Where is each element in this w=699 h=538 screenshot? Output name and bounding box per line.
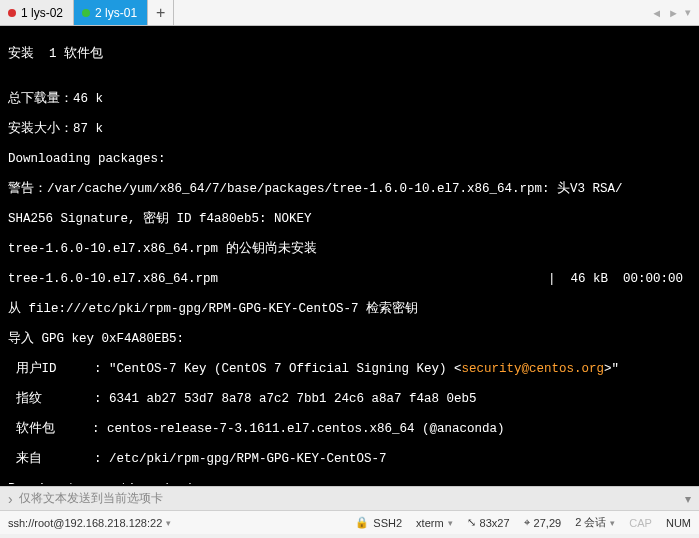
add-tab-button[interactable]: +: [148, 0, 174, 25]
term-line: 来自 : /etc/pki/rpm-gpg/RPM-GPG-KEY-CentOS…: [8, 452, 691, 467]
tab-menu-button[interactable]: ▾: [683, 6, 693, 19]
tab-label: 2 lys-01: [95, 6, 137, 20]
term-line: 总下载量：46 k: [8, 92, 691, 107]
send-input-placeholder[interactable]: 仅将文本发送到当前选项卡: [19, 490, 163, 507]
term-line: 指纹 : 6341 ab27 53d7 8a78 a7c2 7bb1 24c6 …: [8, 392, 691, 407]
plus-icon: +: [156, 4, 165, 22]
term-line: 用户ID : "CentOS-7 Key (CentOS 7 Official …: [8, 362, 691, 377]
status-size: ⤡ 83x27: [467, 516, 510, 529]
status-protocol: 🔒 SSH2: [355, 516, 402, 529]
lock-icon: 🔒: [355, 516, 369, 529]
status-bar: ssh://root@192.168.218.128:22 🔒 SSH2 xte…: [0, 510, 699, 534]
status-num: NUM: [666, 517, 691, 529]
tab-nav: ◄ ► ▾: [643, 0, 699, 25]
tab-next-button[interactable]: ►: [666, 7, 681, 19]
status-dot-icon: [8, 9, 16, 17]
status-cursor-pos: ⌖ 27,29: [524, 516, 562, 529]
tab-lys-01[interactable]: 2 lys-01: [74, 0, 148, 25]
status-cap: CAP: [629, 517, 652, 529]
term-line: 安装大小：87 k: [8, 122, 691, 137]
term-line: SHA256 Signature, 密钥 ID f4a80eb5: NOKEY: [8, 212, 691, 227]
tab-prev-button[interactable]: ◄: [649, 7, 664, 19]
tab-bar: 1 lys-02 2 lys-01 + ◄ ► ▾: [0, 0, 699, 26]
term-line: tree-1.6.0-10.el7.x86_64.rpm 的公钥尚未安装: [8, 242, 691, 257]
term-line: 安装 1 软件包: [8, 47, 691, 62]
term-line: Downloading packages:: [8, 152, 691, 167]
dropdown-icon[interactable]: ▾: [685, 492, 691, 506]
tab-lys-02[interactable]: 1 lys-02: [0, 0, 74, 25]
terminal-output[interactable]: 安装 1 软件包 总下载量：46 k 安装大小：87 k Downloading…: [0, 26, 699, 486]
term-line: 软件包 : centos-release-7-3.1611.el7.centos…: [8, 422, 691, 437]
status-connection[interactable]: ssh://root@192.168.218.128:22: [8, 517, 171, 529]
term-line: 警告：/var/cache/yum/x86_64/7/base/packages…: [8, 182, 691, 197]
resize-icon: ⤡: [467, 516, 476, 529]
cursor-pos-icon: ⌖: [524, 516, 530, 529]
status-termtype[interactable]: xterm: [416, 517, 453, 529]
chevron-right-icon: ›: [8, 491, 13, 507]
term-line: 导入 GPG key 0xF4A80EB5:: [8, 332, 691, 347]
send-input-bar: › 仅将文本发送到当前选项卡 ▾: [0, 486, 699, 510]
term-line: tree-1.6.0-10.el7.x86_64.rpm| 46 kB 00:0…: [8, 272, 691, 287]
status-sessions[interactable]: 2 会话: [575, 515, 615, 530]
term-line: 从 file:///etc/pki/rpm-gpg/RPM-GPG-KEY-Ce…: [8, 302, 691, 317]
status-dot-icon: [82, 9, 90, 17]
tab-label: 1 lys-02: [21, 6, 63, 20]
